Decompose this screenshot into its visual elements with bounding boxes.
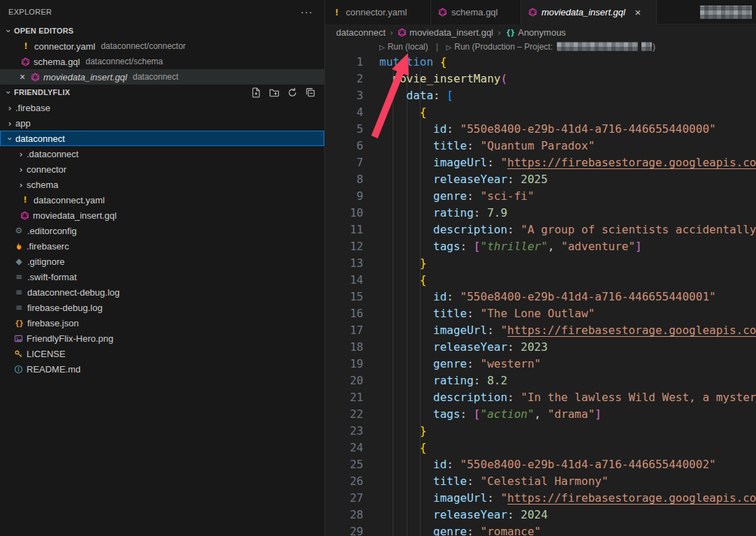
code-line: 2 movie_insertMany( [325, 71, 756, 87]
log-icon: ≡ [14, 303, 24, 312]
tabs: !connector.yamlschema.gqlmoviedata_inser… [325, 0, 657, 24]
redacted-account-block [700, 6, 752, 19]
tree-item-dataconnect-yaml[interactable]: !dataconnect.yaml [0, 192, 324, 208]
close-editor-icon[interactable]: × [20, 71, 31, 82]
tab-schema-gql[interactable]: schema.gql [431, 0, 521, 24]
code-line: 13 } [325, 255, 756, 272]
code-text[interactable]: mutation { [363, 54, 446, 71]
tab-connector-yaml[interactable]: !connector.yaml [325, 0, 431, 24]
tree-item-gitignore[interactable]: ◆.gitignore [0, 254, 324, 269]
line-number: 22 [325, 406, 363, 423]
project-section-header[interactable]: › FRIENDLYFLIX [0, 85, 324, 100]
open-editor-connector-yaml[interactable]: !connector.yamldataconnect/connector [0, 38, 324, 54]
code-text[interactable]: } [363, 423, 426, 440]
code-text[interactable]: title: "Quantum Paradox" [363, 138, 595, 154]
code-text[interactable]: title: "The Lone Outlaw" [363, 305, 595, 322]
line-number: 20 [325, 372, 363, 389]
yaml-warning-icon: ! [21, 41, 31, 51]
line-number: 11 [325, 222, 363, 238]
tree-item-firebase-debug-log[interactable]: ≡firebase-debug.log [0, 300, 324, 315]
line-number: 21 [325, 389, 363, 406]
run-local-link[interactable]: ▷Run (local) [379, 42, 428, 52]
line-number: 12 [325, 238, 363, 255]
code-text[interactable]: imageUrl: "https://firebasestorage.googl… [363, 154, 756, 171]
breadcrumb-item-anonymous[interactable]: {}Anonymous [505, 27, 566, 38]
tree-item-app[interactable]: ›app [0, 115, 324, 131]
tree-item-firebase[interactable]: ›.firebase [0, 100, 324, 115]
code-text[interactable]: tags: ["action", "drama"] [363, 406, 602, 423]
open-editor-moviedata-insert-gql[interactable]: ×moviedata_insert.gqldataconnect [0, 69, 324, 85]
code-text[interactable]: data: [ [363, 87, 453, 104]
open-editor-name: connector.yaml [34, 41, 95, 52]
code-text[interactable]: id: "550e8400-e29b-41d4-a716-44665544000… [363, 289, 716, 305]
code-line: 17 imageUrl: "https://firebasestorage.go… [325, 322, 756, 339]
code-line: 27 imageUrl: "https://firebasestorage.go… [325, 490, 756, 507]
code-text[interactable]: description: "In the lawless Wild West, … [363, 389, 756, 406]
code-text[interactable]: { [363, 440, 426, 456]
new-file-button[interactable] [249, 86, 263, 99]
code-text[interactable]: genre: "romance" [363, 523, 541, 536]
code-text[interactable]: releaseYear: 2023 [363, 339, 548, 356]
tree-item-firebaserc[interactable]: .firebaserc [0, 238, 324, 254]
refresh-button[interactable] [286, 86, 299, 99]
line-number: 27 [325, 490, 363, 507]
new-file-icon [251, 87, 261, 98]
new-folder-button[interactable] [268, 86, 281, 99]
tree-item-connector[interactable]: ›connector [0, 161, 324, 177]
codelens-separator: | [436, 42, 438, 52]
code-text[interactable]: description: "A group of scientists acci… [363, 222, 756, 238]
run-production-link[interactable]: ▷Run (Production – Project:) [446, 42, 655, 52]
tree-item-license[interactable]: LICENSE [0, 346, 324, 361]
code-text[interactable]: movie_insertMany( [363, 71, 507, 87]
tree-item-readme-md[interactable]: README.md [0, 361, 324, 377]
line-number: 2 [325, 71, 363, 87]
code-text[interactable]: title: "Celestial Harmony" [363, 473, 609, 490]
more-actions-button[interactable]: ··· [300, 6, 313, 17]
code-text[interactable]: id: "550e8400-e29b-41d4-a716-44665544000… [363, 121, 716, 138]
code-text[interactable]: tags: ["thriller", "adventure"] [363, 238, 642, 255]
line-number: 25 [325, 456, 363, 473]
code-text[interactable]: imageUrl: "https://firebasestorage.googl… [363, 490, 756, 507]
redacted-project-name [557, 42, 638, 51]
yaml-warning-icon: ! [332, 8, 342, 17]
code-text[interactable]: genre: "western" [363, 356, 541, 372]
code-line: 12 tags: ["thriller", "adventure"] [325, 238, 756, 255]
open-editors-section-header[interactable]: › OPEN EDITORS [0, 23, 324, 38]
line-number: 28 [325, 507, 363, 523]
code-line: 24 { [325, 440, 756, 456]
git-icon: ◆ [14, 256, 24, 266]
code-text[interactable]: genre: "sci-fi" [363, 188, 535, 205]
tree-item-dataconnect[interactable]: ›dataconnect [0, 131, 324, 146]
tree-item-editorconfig[interactable]: ⚙.editorconfig [0, 223, 324, 238]
code-text[interactable]: rating: 7.9 [363, 205, 507, 222]
tab-label: connector.yaml [346, 7, 407, 17]
code-line: 25 id: "550e8400-e29b-41d4-a716-44665544… [325, 456, 756, 473]
code-text[interactable]: rating: 8.2 [363, 372, 507, 389]
vscode-window: { "colors":{ "graphql_pink":"#e535ab","w… [0, 0, 756, 536]
tree-item-moviedata-insert-gql[interactable]: moviedata_insert.gql [0, 208, 324, 223]
tree-item-dataconnect-debug-log[interactable]: ≡dataconnect-debug.log [0, 284, 324, 300]
tree-item-firebase-json[interactable]: {}firebase.json [0, 315, 324, 331]
breadcrumb-item-dataconnect[interactable]: dataconnect [336, 27, 386, 38]
code-text[interactable]: { [363, 104, 426, 121]
code-text[interactable]: } [363, 255, 426, 272]
collapse-all-icon [305, 87, 316, 98]
close-tab-icon[interactable]: × [632, 6, 644, 18]
breadcrumb-item-moviedata-insert-gql[interactable]: moviedata_insert.gql [398, 27, 493, 38]
tab-moviedata-insert-gql[interactable]: moviedata_insert.gql× [521, 0, 657, 24]
chevron-right-icon: › [4, 118, 15, 129]
tree-item-dataconnect[interactable]: ›.dataconnect [0, 146, 324, 161]
code-line: 29 genre: "romance" [325, 523, 756, 536]
tree-item-schema[interactable]: ›schema [0, 177, 324, 192]
code-text[interactable]: imageUrl: "https://firebasestorage.googl… [363, 322, 756, 339]
open-editor-schema-gql[interactable]: schema.gqldataconnect/schema [0, 54, 324, 69]
tree-item-swift-format[interactable]: ≡.swift-format [0, 269, 324, 284]
new-folder-icon [269, 87, 279, 98]
collapse-all-button[interactable] [304, 86, 317, 99]
code-text[interactable]: releaseYear: 2025 [363, 171, 548, 188]
code-text[interactable]: { [363, 272, 426, 289]
code-text[interactable]: id: "550e8400-e29b-41d4-a716-44665544000… [363, 456, 716, 473]
tree-item-friendlyflix-hero-png[interactable]: FriendlyFlix-Hero.png [0, 331, 324, 346]
code-text[interactable]: releaseYear: 2024 [363, 507, 548, 523]
log-icon: ≡ [14, 287, 24, 297]
